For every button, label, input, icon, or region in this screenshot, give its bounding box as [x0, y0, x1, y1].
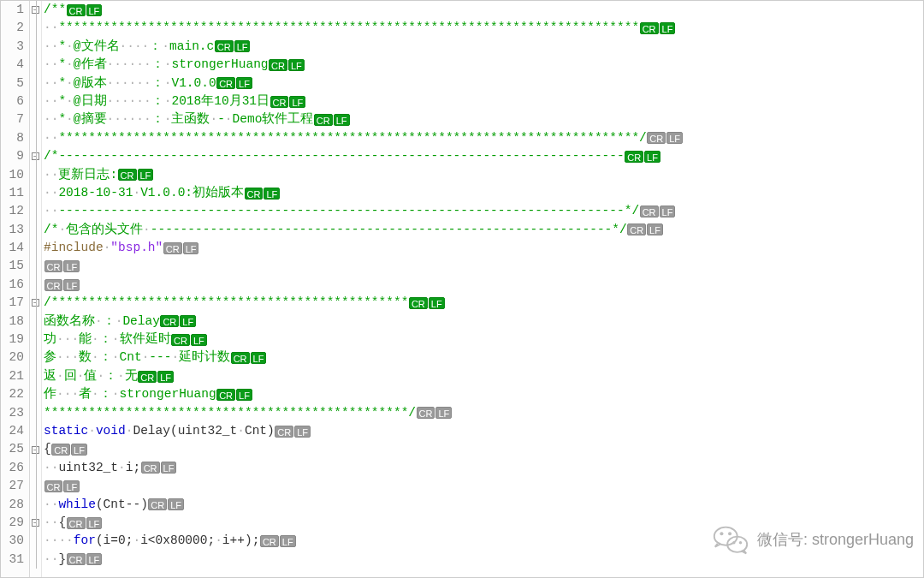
- comment-token: *: [58, 38, 66, 56]
- line-number: 31: [1, 551, 29, 569]
- dotchar-token: ·: [126, 422, 133, 440]
- code-line[interactable]: ··**************************************…: [44, 19, 923, 37]
- plain-token: }: [58, 551, 66, 569]
- fold-cell: [30, 367, 41, 385]
- dotchar-token: ·: [118, 459, 126, 477]
- code-line[interactable]: ··**************************************…: [44, 129, 923, 147]
- fold-cell: [30, 221, 41, 239]
- code-line[interactable]: ··2018-10-31·V1.0.0:初始版本CRLF: [44, 184, 923, 202]
- code-line[interactable]: CRLF: [44, 477, 923, 495]
- code-editor[interactable]: 1234567891011121314151617181920212223242…: [0, 0, 924, 578]
- line-number: 2: [1, 19, 29, 37]
- fold-cell: [30, 19, 41, 37]
- dotchar-token: ·: [66, 110, 74, 128]
- dotchar-token: ··: [44, 184, 58, 202]
- code-line[interactable]: ··*·@摘要······：·主函数·-·Demo软件工程CRLF: [44, 110, 923, 128]
- plain-token: (i=0;: [96, 532, 133, 550]
- dotchar-token: ·: [112, 349, 120, 366]
- eol-marker: CRLF: [269, 59, 305, 71]
- code-line[interactable]: ··}CRLF: [44, 551, 923, 569]
- code-line[interactable]: ··uint32_t·i;CRLF: [44, 459, 923, 477]
- code-line[interactable]: ··*·@作者······：·strongerHuangCRLF: [44, 56, 923, 74]
- comment-token: 无: [125, 367, 138, 385]
- dotchar-token: ·: [117, 367, 125, 385]
- line-number: 24: [1, 422, 29, 440]
- fold-cell: [30, 422, 41, 440]
- comment-token: 者: [79, 385, 92, 403]
- comment-token: @版本: [74, 74, 107, 92]
- dotchar-token: ···: [56, 331, 79, 349]
- line-number: 23: [1, 404, 29, 422]
- code-line[interactable]: ··{CRLF: [44, 514, 923, 532]
- code-line[interactable]: ··*·@版本······：·V1.0.0CRLF: [44, 74, 923, 92]
- dotchar-token: ·: [215, 532, 222, 550]
- dotchar-token: ·: [164, 110, 172, 128]
- eol-marker: CRLF: [214, 40, 251, 52]
- comment-token: Demo软件工程: [233, 110, 314, 128]
- code-line[interactable]: ··--------------------------------------…: [44, 202, 923, 220]
- comment-token: ：: [151, 110, 164, 128]
- fold-cell: [30, 56, 41, 74]
- code-line[interactable]: CRLF: [44, 276, 923, 294]
- line-number: 8: [1, 129, 29, 147]
- code-line[interactable]: ····for(i=0;·i<0x80000;·i++);CRLF: [44, 532, 923, 550]
- line-number: 28: [1, 496, 29, 514]
- dotchar-token: ··: [44, 202, 58, 220]
- fold-cell: −: [30, 440, 41, 458]
- code-line[interactable]: 参···数·：·Cnt·---·延时计数CRLF: [44, 349, 923, 366]
- code-area[interactable]: /**CRLF··*******************************…: [42, 1, 923, 577]
- code-line[interactable]: /*·包含的头文件·------------------------------…: [44, 221, 923, 239]
- line-number: 14: [1, 239, 29, 257]
- code-line[interactable]: 返·回·值·：·无CRLF: [44, 367, 923, 385]
- comment-token: main.c: [169, 38, 214, 56]
- dotchar-token: ······: [107, 110, 151, 128]
- code-line[interactable]: static·void·Delay(uint32_t·Cnt)CRLF: [44, 422, 923, 440]
- code-line[interactable]: #include·"bsp.h"CRLF: [44, 239, 923, 257]
- code-line[interactable]: ··while(Cnt--)CRLF: [44, 496, 923, 514]
- code-line[interactable]: ··更新日志:CRLF: [44, 166, 923, 184]
- code-line[interactable]: /*--------------------------------------…: [44, 147, 923, 165]
- string-token: "bsp.h": [110, 239, 163, 257]
- eol-marker: CRLF: [627, 223, 664, 235]
- plain-token: uint32_t: [58, 459, 118, 477]
- comment-token: ---: [149, 349, 171, 366]
- code-line[interactable]: {CRLF: [44, 440, 923, 458]
- dotchar-token: ······: [107, 92, 151, 110]
- dotchar-token: ·: [116, 313, 123, 331]
- code-line[interactable]: /***************************************…: [44, 294, 923, 312]
- comment-token: ****************************************…: [44, 404, 416, 422]
- dotchar-token: ····: [44, 532, 74, 550]
- line-number: 7: [1, 110, 29, 128]
- plain-token: {: [44, 440, 51, 458]
- comment-token: ----------------------------------------…: [151, 221, 627, 239]
- code-line[interactable]: 功···能·：·软件延时CRLF: [44, 331, 923, 349]
- code-line[interactable]: ****************************************…: [44, 404, 923, 422]
- dotchar-token: ·: [92, 349, 99, 366]
- eol-marker: CRLF: [44, 480, 80, 492]
- code-line[interactable]: ··*·@文件名····：·main.cCRLF: [44, 38, 923, 56]
- code-line[interactable]: CRLF: [44, 257, 923, 275]
- comment-token: /*--------------------------------------…: [44, 147, 625, 165]
- line-number: 5: [1, 74, 29, 92]
- comment-token: 2018年10月31日: [171, 92, 270, 110]
- line-number: 29: [1, 514, 29, 532]
- keyword-token: void: [96, 422, 126, 440]
- line-number: 10: [1, 166, 29, 184]
- dotchar-token: ·: [225, 110, 233, 128]
- fold-cell: [30, 551, 41, 569]
- eol-marker: CRLF: [140, 462, 177, 474]
- code-line[interactable]: /**CRLF: [44, 1, 923, 19]
- comment-token: 回: [64, 367, 77, 385]
- comment-token: @作者: [74, 56, 107, 74]
- fold-cell: −: [30, 514, 41, 532]
- fold-cell: [30, 184, 41, 202]
- dotchar-token: ··: [44, 129, 58, 147]
- code-line[interactable]: ··*·@日期······：·2018年10月31日CRLF: [44, 92, 923, 110]
- fold-cell: [30, 74, 41, 92]
- code-line[interactable]: 函数名称·：·DelayCRLF: [44, 313, 923, 331]
- code-line[interactable]: 作···者·：·strongerHuangCRLF: [44, 385, 923, 403]
- line-number: 27: [1, 477, 29, 495]
- line-number: 13: [1, 221, 29, 239]
- comment-token: *: [58, 92, 66, 110]
- dotchar-token: ·: [112, 331, 120, 349]
